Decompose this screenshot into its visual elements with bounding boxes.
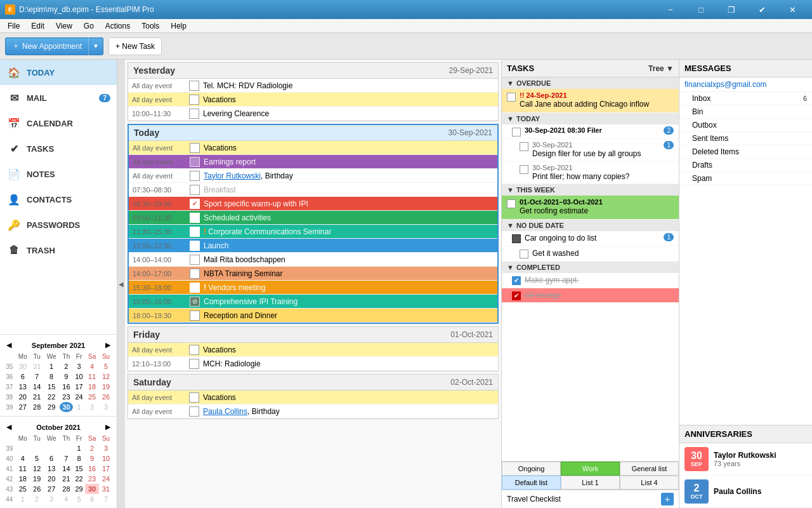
- task-checkbox[interactable]: [507, 93, 516, 102]
- cal-day[interactable]: 22: [43, 392, 59, 402]
- close-button[interactable]: ✕: [778, 0, 807, 19]
- menu-go[interactable]: Go: [79, 20, 99, 32]
- cal-day[interactable]: 24: [73, 392, 85, 402]
- task-item[interactable]: !! 24-Sep-2021 Call Jane about adding Ch…: [502, 89, 679, 113]
- event-checkbox[interactable]: ✔: [190, 199, 200, 209]
- messages-account[interactable]: financialxps@gmail.com: [679, 77, 812, 92]
- cal-day[interactable]: 16: [60, 382, 73, 392]
- event-checkbox[interactable]: [190, 185, 200, 195]
- tasks-section-completed[interactable]: ▼ COMPLETED: [502, 262, 679, 273]
- event-row[interactable]: All day event Vacations: [129, 141, 497, 155]
- task-checkbox[interactable]: [512, 128, 521, 137]
- message-item-sent[interactable]: Sent Items: [679, 132, 812, 145]
- cal-day[interactable]: 6: [15, 371, 30, 382]
- tab-default-list[interactable]: Default list: [502, 476, 561, 490]
- cal-day[interactable]: 25: [85, 392, 99, 402]
- cal-day[interactable]: 3: [99, 402, 113, 412]
- cal-day[interactable]: 20: [15, 392, 30, 402]
- oct-prev-button[interactable]: ◀: [4, 422, 14, 432]
- event-checkbox[interactable]: [190, 255, 200, 265]
- cal-day[interactable]: 26: [99, 392, 113, 402]
- cal-day[interactable]: 5: [99, 361, 113, 371]
- event-row[interactable]: 11:30–15:30 ! Corporate Communications S…: [129, 225, 497, 239]
- event-row[interactable]: 09:00–11:30 Scheduled activities: [129, 211, 497, 225]
- tab-list-1[interactable]: List 1: [561, 476, 620, 490]
- event-checkbox[interactable]: [190, 157, 200, 167]
- task-checkbox[interactable]: [520, 165, 528, 174]
- event-row[interactable]: 12:10–13:00 MCH: Radiologie: [128, 357, 498, 371]
- task-checkbox[interactable]: [520, 250, 528, 258]
- event-checkbox[interactable]: [190, 283, 200, 293]
- cal-day[interactable]: 7: [30, 371, 44, 382]
- event-row[interactable]: 08:30–09:00 ✔ Sport specific warm-up wit…: [129, 197, 497, 211]
- event-checkbox[interactable]: [189, 359, 199, 369]
- menu-edit[interactable]: Edit: [26, 20, 49, 32]
- task-checkbox[interactable]: ✔: [512, 276, 521, 285]
- tab-list-4[interactable]: List 4: [620, 476, 679, 490]
- cal-day[interactable]: 12: [99, 371, 113, 382]
- event-row[interactable]: 16:00–16:00 ⊘ Comprehensive IPI Training: [129, 295, 497, 309]
- task-item[interactable]: Get it washed: [502, 246, 679, 262]
- task-checkbox[interactable]: [520, 142, 528, 151]
- task-item[interactable]: 30-Sep-2021 Print filer; how many copies…: [502, 162, 679, 185]
- task-checkbox[interactable]: [507, 199, 516, 208]
- add-checklist-button[interactable]: +: [661, 493, 674, 505]
- event-link[interactable]: Taylor Rutkowski: [204, 171, 261, 180]
- event-checkbox[interactable]: [189, 81, 199, 91]
- message-item-drafts[interactable]: Drafts: [679, 159, 812, 172]
- cal-day[interactable]: 30: [15, 361, 30, 371]
- sep-next-button[interactable]: ▶: [103, 340, 113, 351]
- event-checkbox[interactable]: [190, 311, 200, 321]
- event-checkbox[interactable]: [190, 143, 200, 153]
- cal-day[interactable]: 9: [60, 371, 73, 382]
- new-appointment-button[interactable]: ＋ New Appointment: [5, 37, 88, 55]
- tasks-section-overdue[interactable]: ▼ OVERDUE: [502, 77, 679, 89]
- message-item-bin[interactable]: Bin: [679, 105, 812, 119]
- cal-day[interactable]: 18: [85, 382, 99, 392]
- task-item[interactable]: ✔ Make gym appt.: [502, 273, 679, 288]
- menu-actions[interactable]: Actions: [100, 20, 135, 32]
- event-row[interactable]: 07:30–08:30 Breakfast: [129, 183, 497, 197]
- cal-day[interactable]: 31: [30, 361, 44, 371]
- event-row[interactable]: All day event Vacations: [128, 343, 498, 357]
- event-row[interactable]: 14:00–14:00 Mail Rita boodschappen: [129, 253, 497, 267]
- cal-day[interactable]: 19: [99, 382, 113, 392]
- menu-help[interactable]: Help: [166, 20, 192, 32]
- sidebar-item-passwords[interactable]: 🔑 PASSWORDS: [0, 212, 117, 237]
- oct-next-button[interactable]: ▶: [103, 422, 113, 432]
- cal-day[interactable]: 10: [73, 371, 85, 382]
- event-checkbox[interactable]: [190, 213, 200, 223]
- event-checkbox[interactable]: [189, 95, 199, 105]
- event-row[interactable]: 12:00–12:30 Launch: [129, 239, 497, 253]
- sidebar-item-trash[interactable]: 🗑 TRASH: [0, 237, 117, 263]
- event-row[interactable]: 18:00–19:30 Reception and Dinner: [129, 309, 497, 323]
- cal-day[interactable]: 3: [73, 361, 85, 371]
- event-checkbox[interactable]: [190, 171, 200, 181]
- event-row[interactable]: 10:00–11:30 Levering Clearence: [128, 107, 498, 121]
- event-row[interactable]: All day event Tel. MCH: RDV Radiologie: [128, 79, 498, 93]
- cal-day[interactable]: 21: [30, 392, 44, 402]
- cal-day[interactable]: 23: [60, 392, 73, 402]
- cal-day[interactable]: 28: [30, 402, 44, 412]
- cal-day[interactable]: 8: [43, 371, 59, 382]
- cal-day[interactable]: 11: [85, 371, 99, 382]
- task-item[interactable]: 30-Sep-2021 Design filer for use by all …: [502, 139, 679, 162]
- sep-prev-button[interactable]: ◀: [4, 340, 14, 351]
- event-checkbox[interactable]: [190, 241, 200, 251]
- pin-button[interactable]: ✔: [747, 0, 776, 19]
- message-item-inbox[interactable]: Inbox 6: [679, 92, 812, 105]
- tasks-section-today[interactable]: ▼ TODAY: [502, 113, 679, 124]
- tab-ongoing[interactable]: Ongoing: [502, 462, 561, 476]
- minimize-button[interactable]: −: [656, 0, 685, 19]
- sidebar-item-tasks[interactable]: ✔ TASKS: [0, 136, 117, 161]
- new-task-button[interactable]: + New Task: [108, 37, 162, 55]
- cal-day[interactable]: 1: [43, 361, 59, 371]
- cal-day[interactable]: 13: [15, 382, 30, 392]
- cal-day[interactable]: 15: [43, 382, 59, 392]
- event-link[interactable]: Paula Collins: [203, 407, 247, 416]
- sidebar-item-notes[interactable]: 📄 NOTES: [0, 161, 117, 187]
- tree-button[interactable]: Tree ▼: [648, 64, 674, 73]
- message-item-spam[interactable]: Spam: [679, 172, 812, 185]
- event-checkbox[interactable]: [190, 227, 200, 237]
- event-checkbox[interactable]: [189, 109, 199, 119]
